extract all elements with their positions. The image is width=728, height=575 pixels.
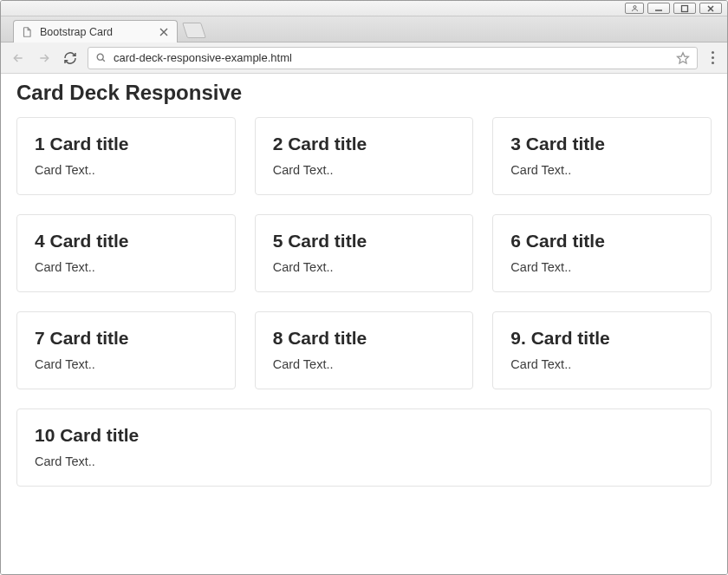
- svg-marker-5: [678, 52, 689, 62]
- svg-line-4: [102, 59, 105, 62]
- card-text: Card Text..: [273, 357, 456, 371]
- close-icon: [706, 4, 715, 13]
- minimize-button[interactable]: [647, 3, 670, 14]
- card-text: Card Text..: [273, 163, 456, 177]
- person-icon: [631, 4, 639, 12]
- close-tab-icon[interactable]: [159, 28, 168, 36]
- svg-rect-2: [682, 5, 688, 11]
- card: 8 Card title Card Text..: [255, 311, 474, 389]
- card-title: 3 Card title: [510, 134, 693, 154]
- arrow-left-icon: [11, 51, 25, 65]
- card: 7 Card title Card Text..: [16, 311, 236, 389]
- card: 2 Card title Card Text..: [255, 117, 474, 195]
- card-title: 1 Card title: [35, 134, 218, 154]
- reload-button[interactable]: [62, 49, 79, 67]
- card-text: Card Text..: [35, 163, 218, 177]
- page-heading: Card Deck Responsive: [16, 81, 712, 105]
- address-text: card-deck-responsive-example.html: [114, 51, 292, 64]
- card-title: 8 Card title: [273, 328, 456, 349]
- card: 9. Card title Card Text..: [492, 311, 712, 389]
- bookmark-star-icon[interactable]: [676, 51, 690, 65]
- card-text: Card Text..: [35, 357, 218, 371]
- card-title: 7 Card title: [35, 328, 218, 349]
- card-text: Card Text..: [510, 357, 693, 371]
- card-text: Card Text..: [510, 260, 693, 274]
- browser-tab[interactable]: Bootstrap Card: [13, 20, 178, 42]
- card: 4 Card title Card Text..: [16, 214, 236, 292]
- arrow-right-icon: [37, 51, 51, 65]
- card-title: 6 Card title: [510, 231, 693, 252]
- svg-point-3: [97, 54, 103, 60]
- maximize-button[interactable]: [673, 3, 696, 14]
- card-title: 2 Card title: [273, 134, 456, 154]
- card-text: Card Text..: [273, 260, 456, 274]
- card-title: 9. Card title: [510, 328, 693, 349]
- card-title: 10 Card title: [35, 425, 693, 446]
- card-text: Card Text..: [35, 454, 693, 468]
- card: 3 Card title Card Text..: [492, 117, 712, 195]
- window-controls: [1, 1, 727, 16]
- svg-point-0: [634, 6, 636, 9]
- address-bar[interactable]: card-deck-responsive-example.html: [88, 47, 698, 69]
- browser-toolbar: card-deck-responsive-example.html: [1, 42, 727, 74]
- browser-menu-button[interactable]: [706, 51, 718, 64]
- dots-icon: [712, 51, 714, 54]
- account-button[interactable]: [625, 3, 644, 14]
- card-text: Card Text..: [510, 163, 693, 177]
- tab-title: Bootstrap Card: [40, 26, 113, 38]
- page-content: Card Deck Responsive 1 Card title Card T…: [1, 74, 727, 575]
- card-title: 4 Card title: [35, 231, 218, 252]
- card: 10 Card title Card Text..: [16, 408, 712, 487]
- reload-icon: [63, 51, 77, 65]
- card-title: 5 Card title: [273, 231, 456, 252]
- minimize-icon: [654, 4, 663, 13]
- card: 5 Card title Card Text..: [255, 214, 474, 292]
- card-deck: 1 Card title Card Text.. 2 Card title Ca…: [16, 117, 712, 487]
- forward-button[interactable]: [36, 49, 53, 67]
- page-icon: [21, 26, 33, 38]
- maximize-icon: [680, 4, 689, 13]
- card: 1 Card title Card Text..: [16, 117, 236, 195]
- card: 6 Card title Card Text..: [492, 214, 712, 292]
- search-icon: [95, 52, 107, 63]
- card-text: Card Text..: [35, 260, 218, 274]
- back-button[interactable]: [10, 49, 27, 67]
- close-window-button[interactable]: [699, 3, 722, 14]
- new-tab-button[interactable]: [182, 23, 206, 38]
- tab-bar: Bootstrap Card: [1, 16, 727, 42]
